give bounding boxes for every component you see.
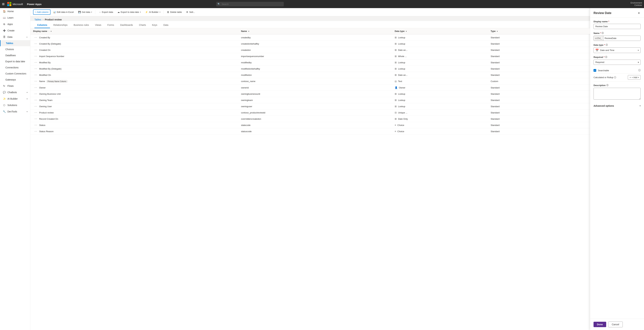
export-data-button[interactable]: → Export data	[97, 10, 115, 14]
export-lake-button[interactable]: ☁ Export to data lake ▾	[116, 10, 143, 14]
dots-menu[interactable]: ···	[33, 105, 38, 108]
panel-close-button[interactable]: ✕	[637, 11, 640, 15]
sidebar-item-dataflows[interactable]: Dataflows	[0, 52, 30, 58]
col-header-display-name[interactable]: Display name ↑ ▾	[30, 28, 238, 34]
tab-business-rules[interactable]: Business rules	[71, 22, 92, 28]
tab-columns[interactable]: Columns	[34, 22, 50, 28]
dots-menu[interactable]: ···	[33, 61, 38, 64]
sidebar-item-choices[interactable]: Choices	[0, 46, 30, 52]
sidebar-item-chatbots[interactable]: 💬 Chatbots ▾	[0, 89, 30, 96]
sidebar-item-learn[interactable]: 📖 Learn	[0, 14, 30, 21]
tab-data[interactable]: Data	[161, 22, 171, 28]
ai-builder-button[interactable]: ⚡ AI Builder ▾	[143, 10, 162, 14]
col-header-name[interactable]: Name ▾	[238, 28, 392, 34]
dots-menu[interactable]: ···	[33, 117, 38, 120]
export-lake-chevron-icon: ▾	[140, 11, 141, 13]
sidebar-item-label: Solutions	[8, 104, 17, 106]
tab-forms[interactable]: Forms	[105, 22, 117, 28]
sidebar-item-devtools[interactable]: 🔧 DevTools ▾	[0, 108, 30, 115]
get-data-button[interactable]: 💾 Get data ▾	[76, 10, 94, 14]
dots-menu[interactable]: ···	[33, 48, 38, 51]
name-info-icon[interactable]: ⓘ	[602, 32, 604, 34]
sidebar-item-home[interactable]: 🏠 Home	[0, 8, 30, 14]
sidebar-item-apps[interactable]: ⧉ Apps	[0, 21, 30, 27]
display-name-field-group: Display name *	[594, 20, 640, 29]
description-info-icon[interactable]: ⓘ	[606, 84, 608, 87]
extra-cell	[562, 41, 590, 47]
breadcrumb-tables-link[interactable]: Tables	[34, 18, 41, 21]
sidebar-item-solutions[interactable]: ⬡ Solutions	[0, 102, 30, 108]
advanced-options-row[interactable]: Advanced options ▾	[594, 103, 640, 109]
settings-button[interactable]: ⚙ Sett...	[184, 10, 197, 14]
dots-menu[interactable]: ···	[33, 74, 38, 76]
panel-header: Review Date ✕	[590, 8, 644, 18]
dots-menu[interactable]: ···	[33, 42, 38, 45]
data-chevron-icon: ∧	[26, 36, 28, 38]
searchable-info-icon[interactable]: ⓘ	[638, 69, 640, 72]
data-type-info-icon[interactable]: ⓘ	[606, 44, 608, 46]
done-button[interactable]: Done	[594, 322, 606, 327]
data-type-cell: ⊞ Lookup	[392, 66, 488, 72]
display-name-required: *	[608, 20, 609, 23]
table-row: ··· Record Created On overriddencreatedo…	[30, 116, 590, 122]
sidebar-item-data[interactable]: 🗄 Data ∧	[0, 34, 30, 40]
export-data-icon: →	[98, 11, 101, 13]
display-name-cell: ··· Modified By (Delegate)	[30, 66, 238, 72]
name-filter-icon[interactable]: ▾	[248, 30, 249, 32]
sidebar-item-gateways[interactable]: Gateways	[0, 77, 30, 83]
required-select[interactable]: Required Optional	[594, 60, 640, 65]
dots-menu[interactable]: ···	[33, 111, 38, 114]
toolbar: + Add column 📊 Edit data in Excel 💾 Get …	[30, 8, 590, 16]
extra-cell	[562, 53, 590, 60]
table-row: ··· NamePrimary Name Column contoso_name…	[30, 78, 590, 84]
delete-table-button[interactable]: 🗑 Delete table	[165, 10, 184, 14]
sidebar-item-connections[interactable]: Connections	[0, 64, 30, 70]
sidebar-item-customconn[interactable]: Custom Connectors	[0, 70, 30, 77]
dots-menu[interactable]: ···	[33, 55, 38, 58]
display-name-input[interactable]	[594, 24, 640, 29]
type-cell: Standard	[488, 72, 562, 78]
calculated-info-icon[interactable]: ⓘ	[614, 76, 616, 79]
waffle-icon[interactable]: ⊞	[2, 2, 4, 6]
sidebar-item-label: Choices	[6, 48, 14, 51]
required-info-icon[interactable]: ⓘ	[605, 56, 607, 58]
cancel-button[interactable]: Cancel	[608, 322, 623, 327]
right-panel: Review Date ✕ Display name * Name * ⓘ	[590, 8, 644, 330]
dots-menu[interactable]: ···	[33, 98, 38, 102]
add-column-button[interactable]: + Add column	[33, 10, 50, 15]
searchable-checkbox[interactable]	[594, 69, 596, 72]
filter-icon[interactable]: ▾	[51, 30, 52, 32]
tab-views[interactable]: Views	[92, 22, 104, 28]
tab-charts[interactable]: Charts	[136, 22, 148, 28]
description-textarea[interactable]	[594, 88, 640, 100]
search-input[interactable]	[216, 2, 284, 6]
dots-menu[interactable]: ···	[33, 130, 38, 133]
dtype-filter-icon[interactable]: ▾	[406, 30, 407, 32]
tab-dashboards[interactable]: Dashboards	[118, 22, 136, 28]
dots-menu[interactable]: ···	[33, 92, 38, 95]
col-header-data-type[interactable]: Data type ▾	[392, 28, 488, 34]
dots-menu[interactable]: ···	[33, 86, 38, 89]
tab-bar: Columns Relationships Business rules Vie…	[30, 21, 590, 28]
dots-menu[interactable]: ···	[33, 36, 38, 39]
sidebar-item-aibuilder[interactable]: ✨ AI Builder ▾	[0, 96, 30, 102]
name-input[interactable]	[603, 36, 640, 41]
sidebar-item-tables[interactable]: Tables	[0, 40, 30, 46]
tab-keys[interactable]: Keys	[150, 22, 160, 28]
add-calculated-button[interactable]: + + Add ▾	[628, 75, 640, 80]
type-filter-icon[interactable]: ▾	[497, 30, 498, 32]
table-header-row: Display name ↑ ▾ Name ▾ Data type ▾ Type…	[30, 28, 590, 34]
col-header-type[interactable]: Type ▾	[488, 28, 562, 34]
sidebar-item-flows[interactable]: ↻ Flows	[0, 83, 30, 89]
dots-menu[interactable]: ···	[33, 80, 38, 82]
dots-menu[interactable]: ···	[33, 67, 38, 70]
sidebar-item-exportlake[interactable]: Export to data lake	[0, 58, 30, 64]
edit-excel-button[interactable]: 📊 Edit data in Excel	[51, 10, 76, 14]
dots-menu[interactable]: ···	[33, 124, 38, 126]
sidebar-item-create[interactable]: ➕ Create	[0, 27, 30, 34]
data-type-selector[interactable]: 📅 Date and Time ▾	[594, 48, 640, 53]
tab-relationships[interactable]: Relationships	[51, 22, 70, 28]
data-type-cell: ≡ Choice	[392, 128, 488, 134]
data-type-required: *	[604, 44, 605, 46]
extra-cell	[562, 78, 590, 84]
